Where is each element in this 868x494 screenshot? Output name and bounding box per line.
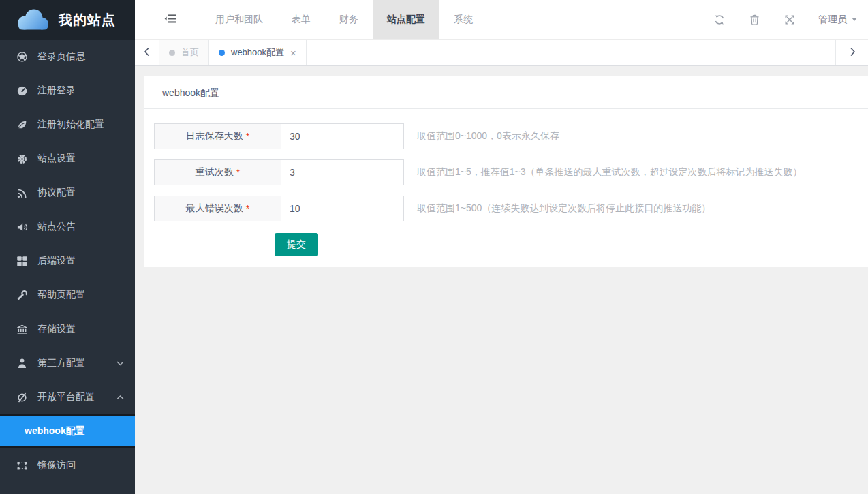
sidebar-item-label: 注册初始化配置 bbox=[37, 119, 104, 131]
required-marker: * bbox=[236, 167, 240, 178]
sidebar-item-label: 注册登录 bbox=[37, 84, 76, 97]
sidebar-item-protocol-config[interactable]: 协议配置 bbox=[0, 176, 135, 210]
required-marker: * bbox=[246, 131, 249, 142]
globe-icon bbox=[16, 51, 28, 63]
sidebar-item-site-announcement[interactable]: 站点公告 bbox=[0, 210, 135, 244]
sidebar-menu: 登录页信息 注册登录 bbox=[0, 40, 135, 494]
refresh-icon[interactable] bbox=[714, 14, 725, 25]
topnav-tab-finance[interactable]: 财务 bbox=[325, 0, 373, 39]
trash-icon[interactable] bbox=[749, 14, 760, 25]
sidebar: 我的站点 登录页信息 bbox=[0, 0, 135, 494]
bank-icon bbox=[16, 324, 28, 335]
sidebar-item-label: 存储设置 bbox=[37, 323, 76, 335]
topnav-tab-users-and-teams[interactable]: 用户和团队 bbox=[201, 0, 277, 39]
sidebar-item-backend-settings[interactable]: 后端设置 bbox=[0, 244, 135, 278]
tab-webhook-config[interactable]: webhook配置 × bbox=[209, 40, 307, 65]
tags-scroll-right-button[interactable] bbox=[835, 40, 868, 65]
sidebar-item-label: 后端设置 bbox=[37, 255, 76, 267]
sidebar-item-label: 帮助页配置 bbox=[37, 289, 85, 301]
speaker-icon bbox=[16, 221, 28, 233]
sidebar-item-label: webhook配置 bbox=[25, 425, 85, 437]
sidebar-item-third-party-config[interactable]: 第三方配置 bbox=[0, 346, 135, 380]
submit-button[interactable]: 提交 bbox=[275, 233, 318, 256]
sidebar-item-site-settings[interactable]: 站点设置 bbox=[0, 142, 135, 176]
max-error-count-input[interactable] bbox=[281, 196, 404, 221]
retry-count-input[interactable] bbox=[281, 159, 404, 185]
sidebar-item-label: 第三方配置 bbox=[37, 357, 85, 369]
field-label-log-retention-days: 日志保存天数 * bbox=[154, 123, 281, 149]
field-label-text: 重试次数 bbox=[196, 166, 234, 179]
sidebar-item-label: 站点公告 bbox=[37, 221, 76, 233]
chevron-up-icon bbox=[117, 392, 124, 403]
sidebar-item-help-page-config[interactable]: 帮助页配置 bbox=[0, 278, 135, 312]
topbar-actions: 管理员 bbox=[689, 0, 868, 39]
fullscreen-icon[interactable] bbox=[784, 14, 795, 25]
sidebar-item-label: 镜像访问 bbox=[37, 459, 76, 472]
logo: 我的站点 bbox=[0, 0, 135, 40]
topnav-tab-site-config[interactable]: 站点配置 bbox=[373, 0, 439, 39]
form-row-log-retention: 日志保存天数 * 取值范围0~1000，0表示永久保存 bbox=[154, 123, 858, 149]
sidebar-item-storage-settings[interactable]: 存储设置 bbox=[0, 312, 135, 346]
field-label-text: 日志保存天数 bbox=[186, 130, 243, 142]
form-row-retry-count: 重试次数 * 取值范围1~5，推荐值1~3（单条推送的最大重试次数，超过设定次数… bbox=[154, 159, 858, 185]
chevron-down-icon bbox=[117, 358, 124, 369]
submit-row: 提交 bbox=[275, 233, 858, 256]
sidebar-item-register-init-config[interactable]: 注册初始化配置 bbox=[0, 108, 135, 142]
sidebar-item-login-page-info[interactable]: 登录页信息 bbox=[0, 40, 135, 74]
site-title: 我的站点 bbox=[59, 11, 116, 29]
chevron-right-icon bbox=[849, 47, 856, 59]
caret-down-icon bbox=[852, 18, 857, 21]
cloud-icon bbox=[12, 6, 52, 33]
user-menu[interactable]: 管理员 bbox=[818, 14, 857, 26]
gear-icon bbox=[16, 153, 28, 165]
dashboard-icon bbox=[16, 85, 28, 97]
field-hint: 取值范围0~1000，0表示永久保存 bbox=[417, 130, 559, 142]
topnav-tabs: 用户和团队 表单 财务 站点配置 系统 bbox=[201, 0, 487, 39]
sidebar-item-label: 登录页信息 bbox=[37, 50, 85, 63]
topnav-tab-forms[interactable]: 表单 bbox=[277, 0, 325, 39]
sidebar-item-label: 站点设置 bbox=[37, 153, 76, 165]
tab-status-dot bbox=[169, 50, 175, 56]
top-navbar: 用户和团队 表单 财务 站点配置 系统 bbox=[135, 0, 868, 40]
topnav-tab-system[interactable]: 系统 bbox=[439, 0, 487, 39]
field-hint: 取值范围1~5，推荐值1~3（单条推送的最大重试次数，超过设定次数后将标记为推送… bbox=[417, 166, 803, 179]
open-platform-submenu: webhook配置 bbox=[0, 414, 135, 448]
close-icon[interactable]: × bbox=[290, 48, 296, 58]
chevron-left-icon bbox=[144, 47, 151, 59]
field-label-max-error-count: 最大错误次数 * bbox=[154, 196, 281, 221]
field-label-retry-count: 重试次数 * bbox=[154, 159, 281, 185]
sidebar-item-register-login[interactable]: 注册登录 bbox=[0, 74, 135, 108]
log-retention-days-input[interactable] bbox=[281, 123, 404, 149]
mirror-icon bbox=[16, 460, 28, 472]
rss-icon bbox=[16, 187, 28, 199]
leaf-pen-icon bbox=[16, 119, 28, 131]
menu-fold-icon bbox=[164, 14, 176, 26]
main-area: 用户和团队 表单 财务 站点配置 系统 bbox=[135, 0, 868, 494]
tags-scroll-left-button[interactable] bbox=[135, 40, 159, 65]
content-area: webhook配置 日志保存天数 * 取值范围0~1000，0表示永久保存 bbox=[135, 66, 868, 494]
grid-icon bbox=[16, 256, 28, 267]
sidebar-item-open-platform-config[interactable]: 开放平台配置 bbox=[0, 380, 135, 414]
required-marker: * bbox=[246, 203, 249, 214]
tab-home[interactable]: 首页 bbox=[159, 40, 209, 65]
wrench-icon bbox=[16, 290, 28, 301]
form-row-max-error-count: 最大错误次数 * 取值范围1~500（连续失败达到设定次数后将停止此接口的推送功… bbox=[154, 196, 858, 221]
tab-status-dot bbox=[219, 50, 225, 56]
sidebar-collapse-button[interactable] bbox=[164, 0, 178, 39]
webhook-config-card: webhook配置 日志保存天数 * 取值范围0~1000，0表示永久保存 bbox=[144, 76, 868, 267]
app-window: 我的站点 登录页信息 bbox=[0, 0, 868, 494]
sidebar-item-mirror-access[interactable]: 镜像访问 bbox=[0, 448, 135, 482]
field-label-text: 最大错误次数 bbox=[186, 202, 243, 215]
sidebar-item-webhook-config[interactable]: webhook配置 bbox=[0, 416, 135, 446]
webhook-config-form: 日志保存天数 * 取值范围0~1000，0表示永久保存 重试次数 * bbox=[144, 109, 868, 267]
sidebar-item-label: 协议配置 bbox=[37, 187, 76, 199]
orbit-icon bbox=[16, 392, 28, 403]
user-name: 管理员 bbox=[818, 14, 847, 26]
field-hint: 取值范围1~500（连续失败达到设定次数后将停止此接口的推送功能） bbox=[417, 202, 711, 215]
tag-nav-bar: 首页 webhook配置 × bbox=[135, 40, 868, 66]
card-title: webhook配置 bbox=[144, 76, 868, 109]
person-icon bbox=[16, 358, 28, 369]
tab-label: webhook配置 bbox=[231, 46, 284, 59]
tab-label: 首页 bbox=[181, 46, 199, 59]
sidebar-item-label: 开放平台配置 bbox=[37, 391, 95, 403]
